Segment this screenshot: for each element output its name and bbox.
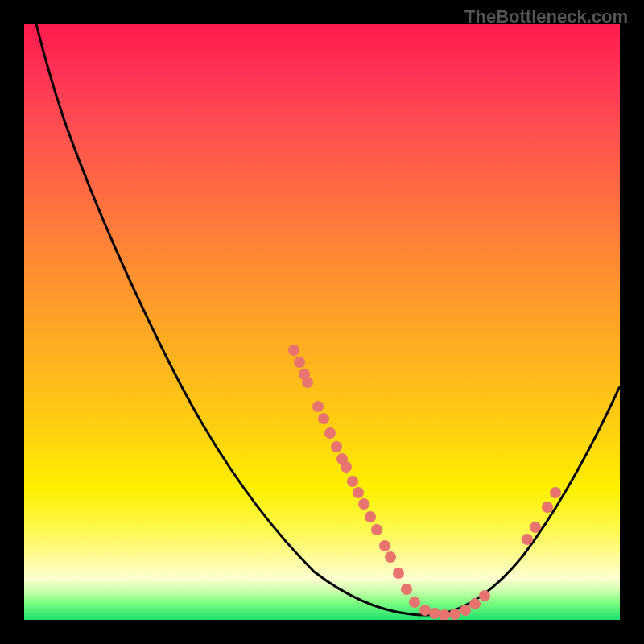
data-point: [393, 568, 404, 579]
data-point: [409, 597, 420, 608]
data-point: [353, 487, 364, 498]
data-point: [419, 605, 431, 616]
data-point: [365, 511, 376, 522]
chart-plot-area: [24, 24, 620, 620]
data-points-group: [288, 345, 561, 620]
data-point: [331, 441, 342, 452]
data-point: [460, 605, 471, 616]
data-point: [469, 598, 481, 609]
data-point: [371, 524, 382, 535]
watermark-text: TheBottleneck.com: [464, 6, 628, 27]
data-point: [479, 590, 490, 601]
data-point: [294, 357, 305, 368]
data-point: [385, 551, 396, 563]
data-point: [429, 608, 440, 619]
data-point: [302, 377, 313, 388]
data-point: [347, 476, 358, 487]
data-point: [379, 540, 390, 551]
data-point: [550, 487, 561, 498]
data-point: [312, 401, 324, 412]
data-point: [522, 534, 533, 545]
data-point: [288, 345, 299, 356]
data-point: [449, 609, 460, 620]
data-point: [318, 413, 329, 424]
data-point: [341, 461, 352, 473]
data-point: [530, 522, 541, 533]
data-point: [324, 427, 336, 439]
data-point: [401, 584, 412, 595]
chart-svg: [24, 24, 620, 620]
data-point: [542, 502, 553, 513]
data-point: [358, 498, 369, 510]
